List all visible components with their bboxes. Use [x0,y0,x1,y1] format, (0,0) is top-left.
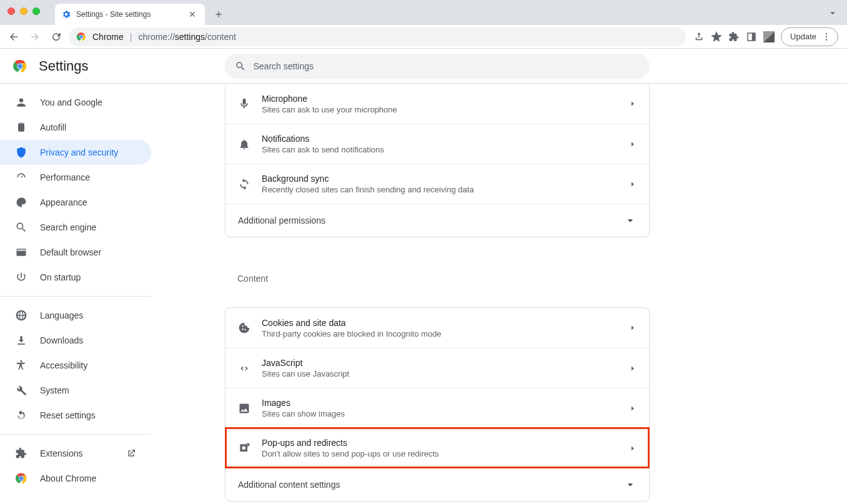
wrench-icon [15,384,27,397]
arrow-right-icon [629,100,636,107]
update-button[interactable]: Update [781,27,838,46]
minimize-window-button[interactable] [20,7,27,15]
sidebar-item-default-browser[interactable]: Default browser [0,240,151,265]
sidebar-item-system[interactable]: System [0,378,151,403]
row-subtitle: Don't allow sites to send pop-ups or use… [262,449,618,458]
close-window-button[interactable] [7,7,15,15]
sync-icon [238,178,250,190]
arrow-right-icon [629,180,636,188]
cookie-icon [238,322,250,334]
extension-icon [15,447,27,460]
sidebar-item-label: Accessibility [40,360,87,370]
setting-row-pop-ups-and-redirects[interactable]: Pop-ups and redirectsDon't allow sites t… [225,428,649,468]
row-subtitle: Sites can show images [262,409,618,418]
extensions-icon[interactable] [728,31,740,42]
sidebar-item-label: Autofill [40,122,66,132]
row-subtitle: Recently closed sites can finish sending… [262,185,618,194]
row-title: JavaScript [262,358,618,368]
forward-button[interactable] [26,28,44,46]
share-icon[interactable] [693,31,705,42]
arrow-right-icon [629,141,636,148]
row-title: Pop-ups and redirects [262,438,618,448]
browser-tab[interactable]: Settings - Site settings ✕ [55,4,205,25]
clipboard-icon [15,121,27,134]
update-label: Update [790,32,816,41]
row-subtitle: Third-party cookies are blocked in Incog… [262,329,618,338]
settings-search[interactable] [225,54,650,79]
reload-button[interactable] [47,28,65,46]
sidebar-item-reset-settings[interactable]: Reset settings [0,403,151,428]
sidebar-item-downloads[interactable]: Downloads [0,328,151,353]
search-input[interactable] [254,61,640,71]
additional-content-toggle[interactable]: Additional content settings [225,468,649,501]
sidebar-item-about-chrome[interactable]: About Chrome [0,466,151,491]
tab-overflow-button[interactable] [827,7,838,19]
sidebar-item-label: You and Google [40,97,102,107]
sidebar-item-performance[interactable]: Performance [0,165,151,190]
sidebar-item-privacy-and-security[interactable]: Privacy and security [0,140,151,165]
chrome-logo-icon [12,59,27,74]
additional-permissions-toggle[interactable]: Additional permissions [225,204,649,237]
page-title: Settings [39,58,89,74]
setting-row-microphone[interactable]: MicrophoneSites can ask to use your micr… [225,84,649,124]
setting-row-notifications[interactable]: NotificationsSites can ask to send notif… [225,124,649,164]
palette-icon [15,196,27,209]
setting-row-javascript[interactable]: JavaScriptSites can use Javascript [225,348,649,388]
download-icon [15,334,27,347]
content-panel: Cookies and site dataThird-party cookies… [225,307,650,502]
sidebar-item-label: Performance [40,172,90,182]
side-panel-icon[interactable] [746,31,757,42]
profile-avatar[interactable] [763,31,775,42]
sidebar-item-label: Default browser [40,247,101,257]
chevron-down-icon [624,478,636,491]
sidebar-item-on-startup[interactable]: On startup [0,265,151,290]
chrome-icon [76,32,86,42]
omnibox-url: chrome://settings/content [138,32,235,42]
sidebar-item-label: Downloads [40,335,83,345]
search-icon [15,221,27,234]
setting-row-cookies-and-site-data[interactable]: Cookies and site dataThird-party cookies… [225,308,649,348]
gear-icon [61,9,71,19]
chrome-icon [15,472,27,485]
settings-header: Settings [0,49,847,84]
sidebar-item-you-and-google[interactable]: You and Google [0,90,151,115]
sidebar-item-label: On startup [40,272,81,282]
popup-icon [238,442,250,455]
window-controls [7,7,40,15]
mic-icon [238,97,250,110]
address-bar[interactable]: Chrome | chrome://settings/content [69,27,686,46]
row-title: Cookies and site data [262,318,618,328]
arrow-right-icon [629,324,636,332]
sidebar-item-extensions[interactable]: Extensions [0,441,151,466]
restore-icon [15,409,27,422]
open-external-icon [126,448,136,458]
setting-row-images[interactable]: ImagesSites can show images [225,388,649,428]
accessibility-icon [15,359,27,372]
sidebar-item-languages[interactable]: Languages [0,303,151,328]
sidebar-item-appearance[interactable]: Appearance [0,190,151,215]
sidebar-item-label: System [40,385,69,395]
row-title: Notifications [262,134,618,144]
setting-row-background-sync[interactable]: Background syncRecently closed sites can… [225,164,649,204]
speed-icon [15,171,27,184]
image-icon [238,402,250,415]
close-tab-button[interactable]: ✕ [186,9,199,19]
omnibox-origin-label: Chrome [92,32,124,42]
shield-icon [15,146,27,159]
browser-toolbar: Chrome | chrome://settings/content Updat… [0,25,847,49]
sidebar-item-label: Appearance [40,197,87,207]
sidebar-item-accessibility[interactable]: Accessibility [0,353,151,378]
sidebar-item-search-engine[interactable]: Search engine [0,215,151,240]
row-title: Background sync [262,174,618,184]
maximize-window-button[interactable] [32,7,40,15]
sidebar-item-label: Extensions [40,448,82,458]
menu-dots-icon [821,32,831,42]
new-tab-button[interactable] [210,6,227,23]
row-subtitle: Sites can ask to send notifications [262,145,618,154]
bookmark-icon[interactable] [711,31,722,42]
back-button[interactable] [5,28,22,46]
globe-icon [15,309,27,322]
sidebar-item-autofill[interactable]: Autofill [0,115,151,140]
code-icon [238,362,250,375]
row-subtitle: Sites can ask to use your microphone [262,105,618,114]
